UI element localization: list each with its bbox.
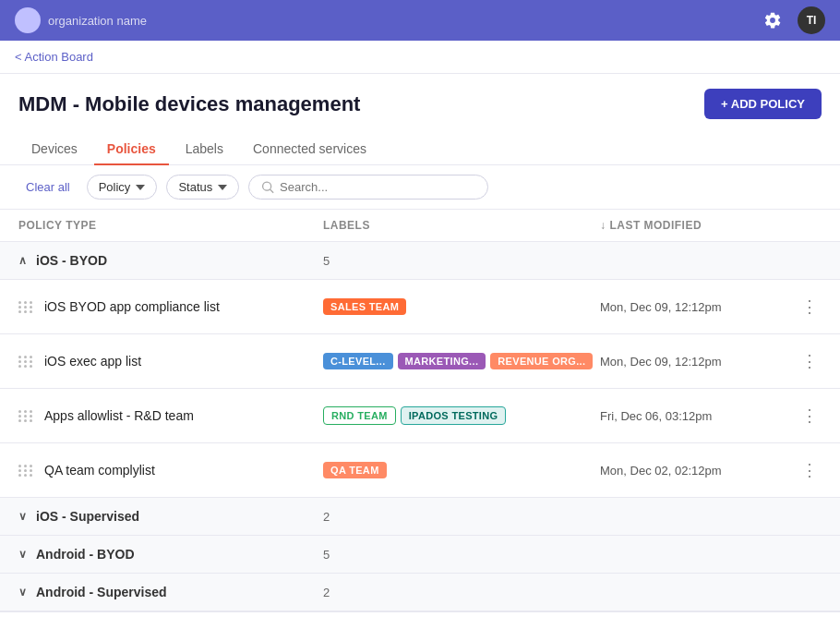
- row-name: iOS BYOD app compliance list: [44, 299, 220, 314]
- drag-handle[interactable]: [18, 356, 33, 368]
- label-tag: RND TEAM: [323, 406, 396, 425]
- more-actions-button[interactable]: ⋮: [798, 402, 822, 429]
- nav-right: TI: [759, 6, 825, 34]
- page-title-row: MDM - Mobile devices management + ADD PO…: [18, 89, 822, 119]
- last-modified-cell: Fri, Dec 06, 03:12pm: [600, 409, 785, 423]
- group-info: ∨ Android - Supervised: [18, 585, 323, 599]
- group-info: ∧ iOS - BYOD: [18, 253, 323, 268]
- labels-cell: QA TEAM: [323, 462, 600, 478]
- page-title: MDM - Mobile devices management: [18, 92, 360, 116]
- drag-handle[interactable]: [18, 410, 33, 422]
- table-header: Policy Type Labels ↓ Last modified: [0, 210, 840, 242]
- row-name-cell: QA team complylist: [18, 463, 323, 478]
- group-count: 2: [323, 586, 600, 599]
- settings-icon[interactable]: [759, 6, 786, 34]
- search-input[interactable]: [280, 180, 474, 194]
- org-avatar: [15, 7, 41, 33]
- label-tag: REVENUE ORG...: [490, 353, 593, 369]
- drag-handle[interactable]: [18, 465, 33, 477]
- pagination: 1-10 of 28 ⟨⟨ ‹ › ⟩⟩: [0, 611, 840, 617]
- policy-filter-label: Policy: [99, 180, 131, 194]
- table-row: QA team complylist QA TEAM Mon, Dec 02, …: [0, 443, 840, 498]
- page-header: MDM - Mobile devices management + ADD PO…: [0, 74, 840, 165]
- group-toggle[interactable]: ∨: [18, 548, 27, 561]
- group-row-ios-supervised: ∨ iOS - Supervised 2: [0, 498, 840, 536]
- group-row-android-supervised: ∨ Android - Supervised 2: [0, 574, 840, 611]
- sort-arrow-icon: ↓: [600, 219, 606, 232]
- group-name: iOS - BYOD: [36, 253, 107, 268]
- label-tag: MARKETING...: [398, 353, 486, 369]
- last-modified-cell: Mon, Dec 02, 02:12pm: [600, 464, 785, 478]
- search-icon: [262, 181, 274, 194]
- group-toggle[interactable]: ∨: [18, 510, 27, 523]
- action-cell: ⋮: [785, 347, 822, 375]
- table-row: Apps allowlist - R&D team RND TEAMIPADOS…: [0, 389, 840, 443]
- action-cell: ⋮: [785, 293, 822, 321]
- group-name: iOS - Supervised: [36, 509, 139, 524]
- tab-policies[interactable]: Policies: [94, 134, 169, 165]
- label-tag: IPADOS TESTING: [401, 406, 507, 425]
- policy-filter-button[interactable]: Policy: [87, 175, 158, 200]
- clear-all-button[interactable]: Clear all: [18, 176, 78, 198]
- breadcrumb: Action Board: [0, 41, 840, 74]
- col-header-last-modified: ↓ Last modified: [600, 219, 785, 232]
- labels-cell: RND TEAMIPADOS TESTING: [323, 406, 600, 425]
- more-actions-button[interactable]: ⋮: [798, 456, 822, 484]
- row-name: QA team complylist: [44, 463, 155, 478]
- label-tag: SALES TEAM: [323, 298, 406, 315]
- tab-connected-services[interactable]: Connected services: [240, 134, 379, 165]
- row-name-cell: Apps allowlist - R&D team: [18, 408, 323, 423]
- more-actions-button[interactable]: ⋮: [798, 293, 822, 321]
- col-header-labels: Labels: [323, 219, 600, 232]
- row-name-cell: iOS BYOD app compliance list: [18, 299, 323, 314]
- group-info: ∨ iOS - Supervised: [18, 509, 323, 524]
- group-toggle[interactable]: ∧: [18, 254, 27, 267]
- toolbar: Clear all Policy Status: [0, 165, 840, 210]
- tabs-container: DevicesPoliciesLabelsConnected services: [18, 134, 822, 164]
- table-row: iOS exec app list C-LEVEL...MARKETING...…: [0, 334, 840, 389]
- user-avatar[interactable]: TI: [798, 6, 825, 34]
- group-name: Android - BYOD: [36, 547, 135, 562]
- action-cell: ⋮: [785, 456, 822, 484]
- row-name: Apps allowlist - R&D team: [44, 408, 194, 423]
- last-modified-cell: Mon, Dec 09, 12:12pm: [600, 300, 785, 314]
- top-nav: organization name TI: [0, 0, 840, 41]
- search-box: [248, 175, 488, 200]
- action-cell: ⋮: [785, 402, 822, 429]
- group-toggle[interactable]: ∨: [18, 586, 27, 599]
- table-row: iOS BYOD app compliance list SALES TEAM …: [0, 280, 840, 334]
- group-info: ∨ Android - BYOD: [18, 547, 323, 562]
- org-name: organization name: [48, 14, 147, 28]
- group-count: 5: [323, 548, 600, 562]
- labels-cell: SALES TEAM: [323, 298, 600, 315]
- tab-devices[interactable]: Devices: [18, 134, 90, 165]
- group-name: Android - Supervised: [36, 585, 167, 599]
- labels-cell: C-LEVEL...MARKETING...REVENUE ORG...: [323, 353, 600, 369]
- group-count: 5: [323, 254, 600, 268]
- tab-labels[interactable]: Labels: [173, 134, 236, 165]
- col-header-policy-type: Policy Type: [18, 219, 323, 232]
- status-filter-label: Status: [178, 180, 212, 194]
- table-container: Policy Type Labels ↓ Last modified ∧ iOS…: [0, 210, 840, 611]
- row-name-cell: iOS exec app list: [18, 354, 323, 369]
- group-row-ios-byod: ∧ iOS - BYOD 5: [0, 242, 840, 280]
- group-count: 2: [323, 510, 600, 524]
- status-filter-button[interactable]: Status: [166, 175, 239, 200]
- nav-logo: organization name: [15, 7, 147, 33]
- table-body: ∧ iOS - BYOD 5 iOS BYOD app compliance l…: [0, 242, 840, 611]
- group-row-android-byod: ∨ Android - BYOD 5: [0, 536, 840, 574]
- label-tag: C-LEVEL...: [323, 353, 393, 369]
- chevron-down-icon: [136, 183, 145, 192]
- label-tag: QA TEAM: [323, 462, 387, 478]
- breadcrumb-link[interactable]: Action Board: [15, 50, 93, 64]
- more-actions-button[interactable]: ⋮: [798, 347, 822, 375]
- add-policy-button[interactable]: + ADD POLICY: [704, 89, 822, 119]
- col-header-actions: [785, 219, 822, 232]
- row-name: iOS exec app list: [44, 354, 141, 369]
- drag-handle[interactable]: [18, 301, 33, 313]
- chevron-down-icon: [218, 183, 227, 192]
- last-modified-cell: Mon, Dec 09, 12:12pm: [600, 355, 785, 369]
